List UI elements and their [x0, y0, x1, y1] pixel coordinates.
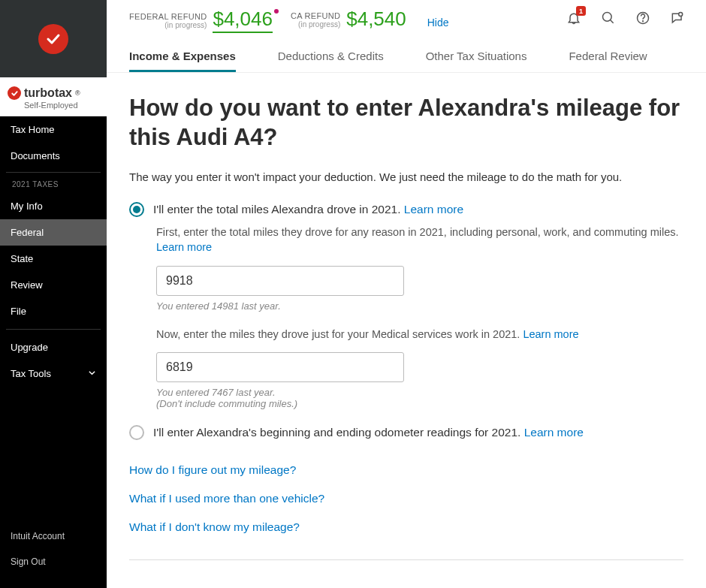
- federal-refund: FEDERAL REFUND (in progress) $4,046: [129, 8, 273, 33]
- work-miles-input[interactable]: [156, 352, 404, 382]
- tab-other-tax-situations[interactable]: Other Tax Situations: [426, 50, 527, 72]
- nav-sign-out[interactable]: Sign Out: [0, 549, 107, 574]
- status-dot-icon: [274, 9, 279, 14]
- helper-work-miles: Now, enter the miles they drove just for…: [156, 327, 683, 342]
- nav: Tax Home Documents 2021 TAXES My Info Fe…: [0, 116, 107, 588]
- nav-tax-home[interactable]: Tax Home: [0, 116, 107, 143]
- svg-point-0: [603, 13, 612, 22]
- total-miles-sub: First, enter the total miles they drove …: [156, 225, 683, 409]
- main: FEDERAL REFUND (in progress) $4,046 CA R…: [107, 0, 706, 588]
- sidebar: turbotax® Self-Employed Tax Home Documen…: [0, 0, 107, 588]
- brand-sub: Self-Employed: [24, 101, 99, 110]
- brand-block: turbotax® Self-Employed: [0, 77, 107, 116]
- state-refund: CA REFUND (in progress) $4,540: [291, 8, 406, 32]
- option-odometer-label: I'll enter Alexandra's beginning and end…: [153, 424, 584, 441]
- top-icons: 1: [566, 8, 685, 29]
- federal-refund-label: FEDERAL REFUND: [129, 12, 207, 21]
- learn-more-link-4[interactable]: Learn more: [524, 426, 584, 439]
- radio-selected-icon[interactable]: [129, 202, 144, 217]
- search-icon[interactable]: [601, 11, 616, 29]
- learn-more-link-2[interactable]: Learn more: [156, 241, 212, 253]
- content: How do you want to enter Alexandra's mil…: [107, 73, 706, 588]
- help-icon[interactable]: [635, 11, 650, 29]
- option-odometer[interactable]: I'll enter Alexandra's beginning and end…: [129, 424, 683, 441]
- nav-my-info[interactable]: My Info: [0, 193, 107, 219]
- topbar: FEDERAL REFUND (in progress) $4,046 CA R…: [107, 0, 706, 33]
- faq-multiple-vehicles[interactable]: What if I used more than one vehicle?: [129, 492, 683, 505]
- learn-more-link-3[interactable]: Learn more: [523, 328, 578, 340]
- chevron-down-icon: [88, 368, 96, 379]
- nav-intuit-account[interactable]: Intuit Account: [0, 523, 107, 549]
- state-refund-amount: $4,540: [346, 8, 406, 32]
- federal-refund-progress: (in progress): [164, 21, 207, 29]
- federal-refund-amount: $4,046: [213, 8, 273, 33]
- state-refund-label: CA REFUND: [291, 11, 340, 20]
- option-total-miles[interactable]: I'll enter the total miles Alexandra dro…: [129, 201, 683, 218]
- hint-work-miles-b: (Don't include commuting miles.): [156, 398, 683, 409]
- hint-total-miles: You entered 14981 last year.: [156, 300, 683, 312]
- nav-tax-tools-label: Tax Tools: [11, 368, 51, 379]
- nav-documents[interactable]: Documents: [0, 143, 107, 169]
- tab-federal-review[interactable]: Federal Review: [569, 50, 647, 72]
- page-intro: The way you enter it won't impact your d…: [129, 169, 683, 185]
- nav-upgrade[interactable]: Upgrade: [0, 334, 107, 360]
- svg-point-3: [679, 13, 683, 17]
- tabs: Income & Expenses Deductions & Credits O…: [107, 33, 706, 73]
- state-refund-progress: (in progress): [298, 20, 340, 29]
- nav-section-2021: 2021 TAXES: [6, 172, 101, 193]
- brand-mini-icon: [8, 86, 21, 100]
- hint-work-miles-a: You entered 7467 last year.: [156, 387, 683, 398]
- nav-federal[interactable]: Federal: [0, 219, 107, 246]
- option-total-miles-label: I'll enter the total miles Alexandra dro…: [153, 201, 463, 218]
- faq-figure-mileage[interactable]: How do I figure out my mileage?: [129, 463, 683, 477]
- logo-block: [0, 0, 107, 77]
- chat-icon[interactable]: [670, 11, 685, 29]
- notification-badge: 1: [576, 6, 586, 16]
- total-miles-input[interactable]: [156, 266, 404, 296]
- nav-state[interactable]: State: [0, 246, 107, 272]
- svg-point-2: [643, 21, 644, 22]
- tab-deductions-credits[interactable]: Deductions & Credits: [278, 50, 384, 72]
- nav-file[interactable]: File: [0, 298, 107, 324]
- logo-icon: [38, 24, 68, 54]
- nav-tax-tools[interactable]: Tax Tools: [0, 360, 107, 387]
- notifications-icon[interactable]: 1: [566, 11, 581, 29]
- faq-unknown-mileage[interactable]: What if I don't know my mileage?: [129, 520, 683, 534]
- tab-income-expenses[interactable]: Income & Expenses: [129, 50, 236, 72]
- helper-total-miles: First, enter the total miles they drove …: [156, 225, 683, 255]
- hide-link[interactable]: Hide: [427, 17, 449, 29]
- brand-name: turbotax: [24, 86, 72, 100]
- page-title: How do you want to enter Alexandra's mil…: [129, 94, 683, 152]
- radio-unselected-icon[interactable]: [129, 425, 144, 440]
- nav-review[interactable]: Review: [0, 272, 107, 298]
- learn-more-link[interactable]: Learn more: [404, 203, 463, 216]
